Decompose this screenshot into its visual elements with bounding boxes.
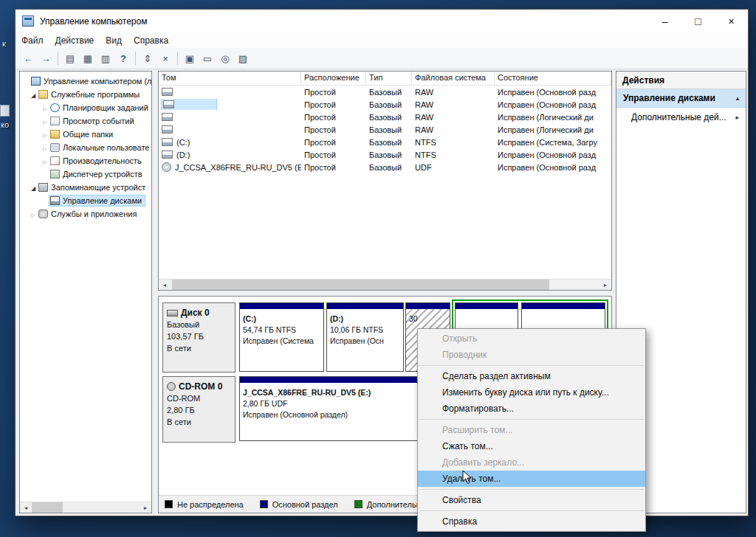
menu-item-change-drive-letter[interactable]: Изменить букву диска или путь к диску... [418,384,645,401]
settings-icon[interactable]: ▨ [234,50,252,67]
performance-icon [50,156,60,165]
legend-item: Не распределена [165,500,244,509]
desktop-icon-partial [0,105,10,117]
menu-item-help[interactable]: Справка [418,513,645,530]
computer-icon [31,77,41,86]
volume-row[interactable]: J_CCSA_X86FRE_RU-RU_DV5 (E:) Простой Баз… [159,161,611,173]
event-viewer-icon [50,117,60,125]
volume-row[interactable]: Простой Базовый RAW Исправен (Логический… [159,111,611,123]
partition-color-bar [327,303,403,309]
menu-file[interactable]: Файл [16,34,49,47]
delete-icon[interactable]: × [157,50,174,67]
volume-icon [163,100,174,108]
menu-item-shrink-volume[interactable]: Сжать том... [418,438,645,454]
tree-horizontal-scrollbar[interactable]: ◄ ► [20,502,151,513]
tree-item-services[interactable]: Службы и приложения [20,207,151,221]
tree-item-local-users[interactable]: Локальные пользовате [20,141,151,154]
legend-item: Дополнительны [354,500,427,509]
toolbar: ← → ▤ ▦ ▥ ? ⇕ × ▣ ▭ ◎ ▨ [16,48,748,69]
tree-item-device-manager[interactable]: Диспетчер устройств [20,167,151,181]
volume-row[interactable]: Простой Базовый RAW Исправен (Логический… [159,123,611,136]
menu-item-extend-volume: Расширить том... [418,422,645,438]
tree-item-disk-management[interactable]: Управление дисками [20,194,151,207]
column-header-volume[interactable]: Том [159,72,301,85]
scroll-left-icon[interactable]: ◄ [159,280,171,290]
menu-item-mark-partition-active[interactable]: Сделать раздел активным [418,368,645,384]
disk-icon [167,310,178,316]
scrollbar-thumb[interactable] [172,280,549,290]
chevron-collapsed-icon[interactable] [41,130,49,139]
refresh-icon[interactable]: ⇕ [139,50,157,67]
mouse-cursor [462,470,473,488]
chevron-right-icon[interactable]: ▸ [735,114,739,121]
shared-folders-icon [50,130,60,139]
chevron-expanded-icon[interactable] [29,183,38,192]
tree-item-shared-folders[interactable]: Общие папки [20,128,151,141]
column-header-layout[interactable]: Расположение [301,72,366,85]
menu-separator [419,489,644,490]
toolbar-separator [135,52,136,65]
tree-item-event-viewer[interactable]: Просмотр событий [20,114,151,128]
zoom-icon[interactable]: ◎ [216,50,234,67]
tree-item-system-tools[interactable]: Служебные программы [20,88,151,101]
volume-row[interactable]: (D:) Простой Базовый NTFS Исправен (Осно… [159,148,611,161]
chevron-collapsed-icon[interactable] [41,156,49,165]
scroll-left-icon[interactable]: ◄ [20,502,32,513]
menu-item-properties[interactable]: Свойства [418,492,645,508]
back-icon[interactable]: ← [19,50,37,67]
column-header-type[interactable]: Тип [366,72,412,85]
cdrom-info-card[interactable]: CD-ROM 0 CD-ROM 2,80 ГБ В сети [162,376,236,443]
actions-section-disk-management[interactable]: Управление дисками ▴ [616,89,746,108]
export-list-icon[interactable]: ▤ [61,50,79,67]
forward-icon[interactable]: → [37,50,55,67]
chevron-collapsed-icon[interactable] [41,117,49,125]
partition-d[interactable]: (D:) 10,06 ГБ NTFS Исправен (Осн [326,302,404,372]
menu-item-format[interactable]: Форматировать... [418,401,645,417]
volume-icon [162,88,173,96]
minimize-button[interactable]: – [648,10,681,32]
device-manager-icon [50,170,60,179]
menu-view[interactable]: Вид [100,34,128,47]
help-icon[interactable]: ? [114,50,132,67]
column-header-filesystem[interactable]: Файловая система [412,72,495,85]
tree-item-performance[interactable]: Производительность [20,154,151,167]
menu-action[interactable]: Действие [49,34,100,47]
volume-list-horizontal-scrollbar[interactable]: ◄ ► [159,279,611,290]
scroll-right-icon[interactable]: ► [599,280,611,290]
toolbar-separator [177,52,178,65]
tree-view-icon[interactable]: ▥ [97,50,114,67]
unallocated-swatch-icon [165,500,173,508]
volume-row[interactable]: Простой Базовый RAW Исправен (Основной р… [159,86,611,98]
menu-help[interactable]: Справка [128,34,174,47]
partition-color-bar [406,303,450,309]
chevron-up-icon[interactable]: ▴ [736,95,739,102]
partition-color-bar [456,303,518,309]
maximize-button[interactable]: □ [681,10,715,32]
menu-item-delete-volume[interactable]: Удалить том... [418,471,645,487]
tree-item-task-scheduler[interactable]: Планировщик заданий [20,101,151,114]
services-icon [38,209,48,218]
volume-row[interactable]: (C:) Простой Базовый NTFS Исправен (Сист… [159,136,611,148]
chevron-collapsed-icon[interactable] [29,209,38,218]
properties-icon[interactable]: ▣ [181,50,199,67]
chevron-expanded-icon[interactable] [29,90,38,99]
cd-volume-icon [162,162,171,172]
toolbar-separator [58,52,58,65]
disk0-info-card[interactable]: Диск 0 Базовый 103,57 ГБ В сети [162,302,236,373]
close-button[interactable]: × [715,10,748,32]
chevron-collapsed-icon[interactable] [41,143,49,152]
volume-row-selected[interactable]: Простой Базовый RAW Исправен (Основной р… [159,98,611,111]
partition-c[interactable]: (C:) 54,74 ГБ NTFS Исправен (Система [239,302,324,372]
actions-more-actions[interactable]: Дополнительные дей... ▸ [616,108,746,126]
list-view-icon[interactable]: ▦ [79,50,97,67]
legend-item: Основной раздел [260,500,338,509]
scroll-right-icon[interactable]: ► [140,502,151,513]
menu-separator [419,365,644,366]
menu-item-explorer: Проводник [418,347,645,363]
chevron-collapsed-icon[interactable] [41,103,49,112]
column-header-status[interactable]: Состояние [495,72,611,85]
scrollbar-thumb[interactable] [32,502,63,513]
open-folder-icon[interactable]: ▭ [199,50,216,67]
tree-item-storage[interactable]: Запоминающие устройст [20,181,151,194]
tree-item-computer-management[interactable]: Управление компьютером (л [20,75,151,88]
